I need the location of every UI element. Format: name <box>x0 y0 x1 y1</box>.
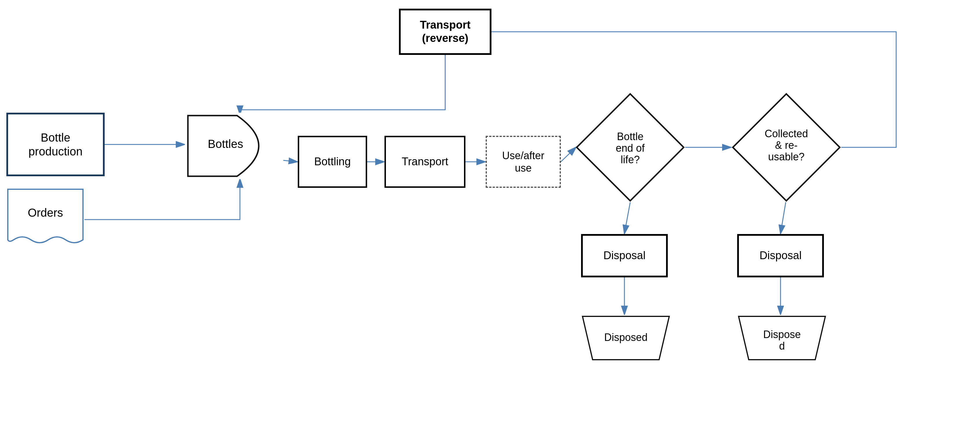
svg-text:Bottle: Bottle <box>617 130 643 143</box>
svg-text:life?: life? <box>620 154 640 165</box>
svg-text:end of: end of <box>616 142 645 154</box>
svg-text:& re-: & re- <box>775 139 798 151</box>
transport-node: Transport <box>385 136 465 188</box>
collected-reusable-shape: Collected & re- usable? <box>732 92 841 202</box>
disposed2-shape: Dispose d <box>737 315 827 361</box>
bottle-production-node: Bottleproduction <box>6 113 105 176</box>
svg-line-9 <box>781 202 786 233</box>
orders-node: Orders <box>6 188 84 251</box>
svg-text:d: d <box>779 340 785 352</box>
disposed1-shape: Disposed <box>581 315 671 361</box>
bottling-label: Bottling <box>314 155 351 168</box>
bottle-end-of-life-node: Bottle end of life? <box>575 92 685 202</box>
disposal1-label: Disposal <box>603 249 646 262</box>
bottles-node: Bottles <box>185 113 283 179</box>
transport-reverse-node: Transport(reverse) <box>399 9 492 55</box>
disposal1-node: Disposal <box>581 234 668 277</box>
orders-shape: Orders <box>6 188 84 251</box>
svg-text:Disposed: Disposed <box>604 332 648 343</box>
disposed1-node: Disposed <box>581 315 671 361</box>
bottle-end-of-life-shape: Bottle end of life? <box>575 92 685 202</box>
transport-label: Transport <box>401 155 448 168</box>
flowchart-diagram: Bottleproduction Bottles Bottling Transp… <box>0 0 980 438</box>
bottle-production-label: Bottleproduction <box>29 130 83 158</box>
use-after-use-label: Use/afteruse <box>502 149 544 174</box>
collected-reusable-node: Collected & re- usable? <box>732 92 841 202</box>
svg-text:Bottles: Bottles <box>208 138 243 150</box>
svg-line-8 <box>624 202 630 233</box>
disposal2-label: Disposal <box>759 249 802 262</box>
disposal2-node: Disposal <box>737 234 824 277</box>
svg-text:Dispose: Dispose <box>763 328 801 340</box>
svg-line-3 <box>283 160 297 162</box>
diagram-svg <box>0 0 980 438</box>
disposed2-node: Dispose d <box>737 315 827 361</box>
svg-text:usable?: usable? <box>768 151 805 163</box>
svg-line-6 <box>561 148 576 162</box>
svg-text:Collected: Collected <box>765 128 808 140</box>
transport-reverse-label: Transport(reverse) <box>420 19 470 45</box>
bottles-shape: Bottles <box>185 113 283 179</box>
svg-text:Orders: Orders <box>28 206 63 219</box>
bottling-node: Bottling <box>298 136 367 188</box>
use-after-use-node: Use/afteruse <box>486 136 561 188</box>
